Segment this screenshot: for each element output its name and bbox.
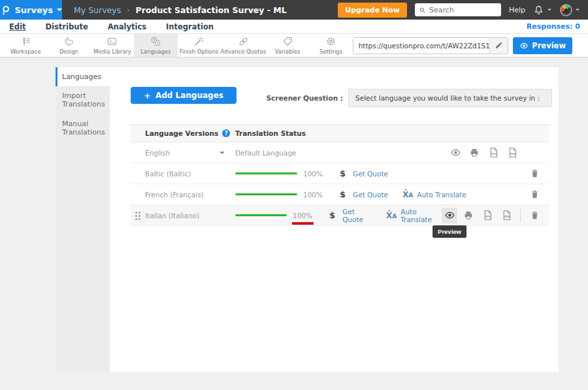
language-name: Baltic (Baltic) [145, 170, 191, 178]
sidebar-item-import-translations[interactable]: Import Translations [56, 86, 110, 114]
auto-translate-link[interactable]: Auto Translate [417, 191, 466, 199]
breadcrumb: My Surveys › Product Satisfaction Survey… [74, 5, 287, 15]
toolbar-tab-media-library[interactable]: Media Library [91, 34, 134, 57]
add-languages-button[interactable]: + Add Languages [131, 87, 237, 104]
preview-language-button[interactable]: Preview [442, 208, 457, 223]
auto-translate-link[interactable]: Auto Translate [400, 208, 442, 223]
screener-question-select[interactable]: Select language you would like to take t… [348, 89, 552, 107]
breadcrumb-my-surveys[interactable]: My Surveys [74, 5, 121, 15]
toolbar-tab-workspace[interactable]: Workspace [4, 34, 47, 57]
edit-url-button[interactable] [489, 37, 508, 54]
preview-language-button[interactable] [448, 145, 463, 161]
dollar-icon[interactable]: $ [340, 189, 346, 199]
toolbar-tab-finish-options[interactable]: Finish Options [178, 34, 221, 57]
dollar-icon[interactable]: $ [340, 169, 346, 178]
language-versions-table: Language Versions ? Translation Status E… [131, 124, 549, 226]
preview-tooltip: Preview [433, 225, 466, 238]
screener-question-value: Select language you would like to take t… [355, 94, 540, 102]
plus-icon: + [144, 91, 151, 101]
search-input[interactable] [429, 6, 495, 14]
language-name: Italian (Italiano) [145, 212, 199, 219]
help-question-icon[interactable]: ? [222, 129, 230, 137]
progress-percent: 100% [303, 170, 323, 178]
help-link[interactable]: Help [509, 6, 525, 14]
doc-file-icon [488, 147, 499, 158]
divider [520, 209, 521, 222]
responses-count[interactable]: Responses: 0 [527, 22, 580, 31]
product-switcher[interactable]: Surveys [0, 0, 62, 20]
toolbar-tab-languages[interactable]: Languages [134, 34, 177, 57]
questionpro-logo-icon [0, 5, 10, 16]
table-row-french: French (Français) 100% $ Get Quote X̄A A… [131, 184, 549, 205]
notifications-menu[interactable] [533, 5, 552, 16]
design-icon [63, 36, 74, 47]
edit-toolbar: Workspace Design Media Library Languages… [0, 34, 588, 57]
languages-sidebar: Languages Import Translations Manual Tra… [56, 67, 110, 372]
download-doc-button[interactable] [485, 145, 501, 161]
translation-progress-bar [235, 172, 297, 174]
add-languages-label: Add Languages [155, 91, 223, 100]
print-button[interactable] [461, 208, 476, 223]
global-search[interactable] [415, 3, 501, 16]
search-icon [419, 7, 426, 14]
upgrade-now-button[interactable]: Upgrade Now [338, 3, 407, 18]
pencil-icon [495, 41, 503, 50]
eye-icon [444, 210, 455, 221]
language-name: English [145, 149, 170, 157]
auto-translate-icon[interactable]: X̄A [402, 190, 413, 199]
get-quote-link[interactable]: Get Quote [342, 208, 372, 223]
translation-progress-bar [235, 214, 287, 216]
table-row-italian: Italian (Italiano) 100% $ Get Quote X̄A … [131, 205, 549, 226]
delete-language-button[interactable] [527, 166, 542, 182]
avatar [560, 4, 572, 16]
auto-translate-icon[interactable]: X̄A [386, 211, 397, 220]
workspace-icon [20, 36, 31, 47]
toolbar-tab-label: Finish Options [180, 48, 219, 55]
printer-icon [469, 148, 480, 158]
download-doc-button[interactable] [480, 208, 495, 223]
download-pdf-button[interactable] [504, 145, 520, 161]
eye-icon [519, 41, 529, 50]
tab-integration[interactable]: Integration [165, 21, 214, 33]
delete-language-button[interactable] [527, 208, 542, 223]
toolbar-tab-design[interactable]: Design [47, 34, 90, 57]
tab-distribute[interactable]: Distribute [45, 21, 89, 33]
table-row-english: English Default Language [131, 142, 549, 163]
dollar-icon[interactable]: $ [329, 210, 335, 220]
toolbar-tab-label: Media Library [93, 48, 131, 55]
row-actions [448, 145, 549, 161]
survey-title: Product Satisfaction Survey - ML [136, 5, 287, 15]
finish-options-icon [193, 36, 204, 47]
delete-language-button[interactable] [527, 187, 542, 203]
trash-icon [530, 169, 540, 178]
chevron-down-icon[interactable] [220, 152, 224, 154]
toolbar-tab-label: Advance Quotas [221, 48, 267, 55]
languages-icon [150, 36, 161, 47]
language-name: French (Français) [145, 191, 204, 199]
get-quote-link[interactable]: Get Quote [353, 170, 388, 178]
toolbar-tab-settings[interactable]: Settings [309, 34, 352, 57]
survey-url-field: https://questionpro.com/t/AW22Zd1S1 [353, 37, 509, 54]
header-translation-status: Translation Status [235, 129, 306, 137]
print-button[interactable] [466, 145, 482, 161]
breadcrumb-separator-icon: › [127, 6, 129, 14]
trash-icon [530, 189, 540, 199]
get-quote-link[interactable]: Get Quote [353, 191, 388, 199]
table-header-row: Language Versions ? Translation Status [131, 124, 549, 142]
row-actions [527, 187, 549, 203]
account-menu[interactable] [560, 4, 580, 16]
toolbar-tab-label: Settings [319, 48, 342, 55]
preview-button[interactable]: Preview [513, 37, 572, 54]
toolbar-tab-advance-quotas[interactable]: Advance Quotas [221, 34, 266, 57]
toolbar-tab-variables[interactable]: Variables [266, 34, 309, 57]
download-pdf-button[interactable] [498, 208, 514, 223]
progress-percent-annotated: 100% [293, 212, 312, 219]
trash-icon [530, 210, 540, 220]
tab-analytics[interactable]: Analytics [107, 21, 147, 33]
sidebar-item-languages[interactable]: Languages [56, 67, 110, 86]
sidebar-item-manual-translations[interactable]: Manual Translations [56, 114, 110, 142]
tab-edit[interactable]: Edit [8, 21, 27, 33]
survey-url[interactable]: https://questionpro.com/t/AW22Zd1S1 [353, 42, 490, 50]
translation-progress-bar [235, 193, 297, 195]
toolbar-tab-label: Languages [140, 48, 171, 55]
